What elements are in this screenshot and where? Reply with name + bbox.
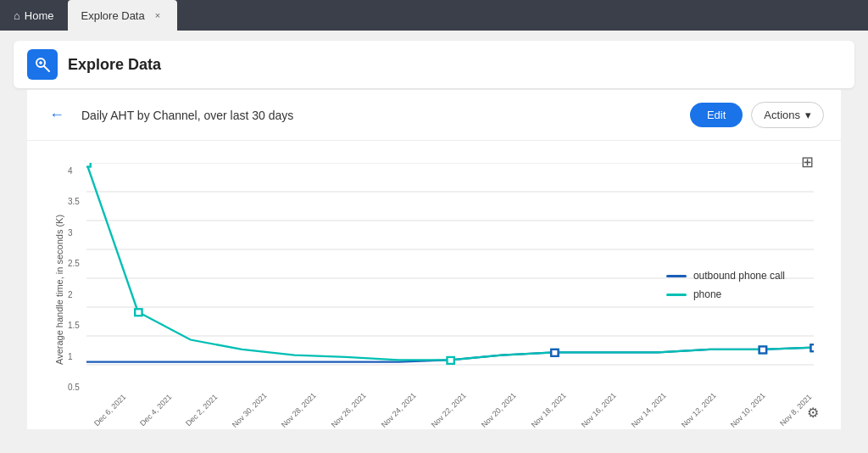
page-title: Explore Data — [68, 56, 161, 74]
chart-outer-wrapper: ← Daily AHT by Channel, over last 30 day… — [27, 90, 841, 429]
legend-label-outbound: outbound phone call — [693, 270, 785, 282]
x-label: Nov 10, 2021 — [729, 391, 767, 429]
svg-rect-12 — [86, 163, 91, 167]
chart-container: ⊞ Average handle time, in seconds (K) 4 … — [41, 141, 827, 429]
home-label: Home — [25, 9, 54, 22]
tab-close-button[interactable]: × — [152, 8, 164, 22]
x-label: Nov 18, 2021 — [530, 391, 568, 429]
edit-button[interactable]: Edit — [690, 103, 743, 127]
actions-button[interactable]: Actions ▾ — [751, 102, 824, 128]
home-tab[interactable]: ⌂ Home — [0, 0, 68, 31]
settings-icon[interactable]: ⚙ — [807, 405, 819, 421]
x-label: Nov 24, 2021 — [380, 391, 418, 429]
y-tick: 1 — [68, 352, 80, 361]
x-label: Dec 4, 2021 — [138, 393, 173, 428]
sub-header-right: Edit Actions ▾ — [690, 102, 824, 128]
y-tick: 2 — [68, 290, 80, 299]
actions-arrow: ▾ — [805, 109, 811, 121]
x-label: Nov 30, 2021 — [230, 391, 268, 429]
legend-color-outbound — [666, 275, 687, 277]
sub-header: ← Daily AHT by Channel, over last 30 day… — [27, 90, 841, 141]
legend-item-outbound: outbound phone call — [666, 270, 785, 282]
legend-label-phone: phone — [693, 288, 721, 300]
sub-header-left: ← Daily AHT by Channel, over last 30 day… — [44, 104, 293, 126]
phone-line — [86, 163, 814, 360]
home-icon: ⌂ — [14, 9, 20, 22]
svg-rect-19 — [760, 346, 766, 353]
svg-line-1 — [44, 66, 49, 71]
y-ticks: 4 3.5 3 2.5 2 1.5 1 0.5 — [68, 163, 80, 416]
y-tick: 4 — [68, 166, 80, 176]
x-label: Dec 2, 2021 — [184, 393, 219, 428]
x-label: Nov 28, 2021 — [280, 391, 318, 429]
x-axis: Dec 6, 2021 Dec 4, 2021 Dec 2, 2021 Nov … — [86, 397, 814, 416]
x-label: Nov 22, 2021 — [430, 391, 468, 429]
x-label: Nov 20, 2021 — [480, 391, 518, 429]
chart-legend: outbound phone call phone — [666, 270, 785, 300]
y-axis-label: Average handle time, in seconds (K) — [54, 163, 64, 416]
y-tick: 3 — [68, 228, 80, 238]
actions-label: Actions — [764, 109, 800, 121]
svg-rect-20 — [810, 344, 814, 351]
grid-view-icon[interactable]: ⊞ — [801, 153, 814, 171]
main-content: Explore Data ← Daily AHT by Channel, ove… — [0, 31, 868, 439]
explore-data-tab[interactable]: Explore Data × — [68, 0, 178, 31]
x-label: Nov 14, 2021 — [630, 391, 668, 429]
svg-rect-13 — [135, 309, 142, 316]
x-label: Nov 26, 2021 — [330, 391, 368, 429]
svg-rect-18 — [551, 350, 558, 356]
y-tick: 3.5 — [68, 197, 80, 206]
y-tick: 1.5 — [68, 321, 80, 330]
chart-title: Daily AHT by Channel, over last 30 days — [81, 109, 293, 122]
legend-item-phone: phone — [666, 288, 785, 300]
page-title-section: Explore Data — [27, 49, 161, 80]
tab-label: Explore Data — [81, 9, 145, 22]
title-bar: ⌂ Home Explore Data × — [0, 0, 868, 31]
chart-wrapper: Average handle time, in seconds (K) 4 3.… — [54, 154, 814, 416]
x-label: Dec 6, 2021 — [92, 393, 127, 428]
explore-icon — [27, 49, 58, 80]
y-tick: 2.5 — [68, 259, 80, 268]
back-button[interactable]: ← — [44, 104, 70, 126]
y-tick: 0.5 — [68, 383, 80, 392]
legend-color-phone — [666, 294, 687, 296]
svg-rect-14 — [447, 357, 453, 364]
x-label: Nov 12, 2021 — [679, 391, 717, 429]
page-header: Explore Data — [14, 41, 854, 88]
x-label: Nov 16, 2021 — [580, 391, 618, 429]
